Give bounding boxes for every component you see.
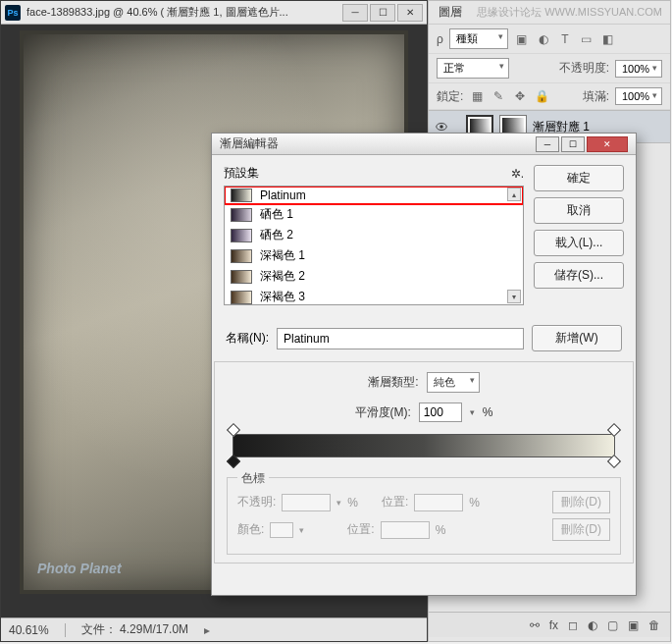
preset-label: 深褐色 1	[260, 247, 305, 264]
delete-stop-button: 刪除(D)	[552, 518, 610, 541]
gradient-swatch	[231, 249, 252, 263]
stop-color-label: 顏色:	[237, 521, 264, 538]
dialog-titlebar[interactable]: 漸層編輯器 ─ ☐ ✕	[212, 134, 636, 155]
fx-icon[interactable]: fx	[549, 618, 558, 632]
opacity-value[interactable]: 100%	[615, 60, 662, 78]
gradient-bar[interactable]	[233, 434, 615, 457]
photoshop-icon: Ps	[5, 5, 21, 21]
scroll-up-icon[interactable]: ▴	[507, 188, 521, 201]
dialog-minimize-button[interactable]: ─	[536, 136, 559, 152]
file-size-info: 文件： 4.29M/17.0M	[81, 621, 188, 638]
gradient-swatch	[231, 229, 252, 242]
fill-value[interactable]: 100%	[615, 87, 662, 105]
zoom-value[interactable]: 40.61%	[9, 623, 49, 637]
lock-label: 鎖定:	[437, 88, 463, 105]
preset-item[interactable]: 深褐色 2	[225, 266, 523, 287]
preset-item[interactable]: 深褐色 1	[225, 245, 523, 266]
stop-opacity-label: 不透明:	[237, 494, 276, 510]
preset-label: 深褐色 2	[260, 268, 305, 285]
visibility-icon[interactable]	[435, 120, 448, 134]
filter-kind-dropdown[interactable]: 種類	[449, 28, 508, 49]
preset-label: Platinum	[260, 188, 306, 202]
gradient-type-dropdown[interactable]: 純色	[427, 372, 480, 393]
name-input[interactable]	[277, 328, 524, 349]
preset-item[interactable]: 硒色 1	[225, 204, 523, 225]
stop-opacity-field	[282, 494, 331, 511]
filter-adjust-icon[interactable]: ◐	[536, 31, 551, 47]
dialog-close-button[interactable]: ✕	[587, 136, 628, 152]
gradient-swatch	[231, 188, 252, 202]
preset-item-platinum[interactable]: Platinum	[225, 187, 523, 204]
ok-button[interactable]: 確定	[534, 165, 624, 191]
cancel-button[interactable]: 取消	[534, 197, 624, 224]
status-bar: 40.61% 文件： 4.29M/17.0M ▸	[1, 617, 427, 641]
lock-transparent-icon[interactable]: ▦	[469, 88, 485, 104]
filter-shape-icon[interactable]: ▭	[579, 31, 594, 47]
mask-icon[interactable]: ◻	[568, 618, 578, 632]
gradient-settings-group: 漸層類型: 純色 平滑度(M): ▾ % 色標 不透明: ▾ % 位置: % 刪…	[214, 361, 634, 564]
preset-label: 硒色 1	[260, 206, 293, 223]
gradient-editor-dialog: 漸層編輯器 ─ ☐ ✕ 預設集 ✲. ▴ Platinum 硒色 1 硒色 2 …	[211, 133, 637, 596]
filter-smart-icon[interactable]: ◧	[600, 31, 616, 47]
opacity-label: 不透明度:	[559, 60, 609, 77]
preset-label: 硒色 2	[260, 227, 293, 243]
name-label: 名稱(N):	[226, 330, 269, 347]
lock-brush-icon[interactable]: ✎	[491, 88, 506, 104]
stop-position-field	[414, 494, 463, 511]
trash-icon[interactable]: 🗑	[648, 618, 660, 632]
stop-position-label: 位置:	[382, 494, 408, 510]
svg-point-1	[439, 125, 443, 129]
presets-menu-icon[interactable]: ✲.	[511, 167, 524, 181]
photo-watermark: Photo Planet	[37, 561, 122, 576]
delete-stop-button: 刪除(D)	[552, 491, 610, 513]
blend-mode-dropdown[interactable]: 正常	[437, 58, 509, 79]
stop-position-label: 位置:	[347, 521, 374, 538]
smoothness-unit: %	[483, 405, 493, 419]
maximize-button[interactable]: ☐	[370, 4, 395, 22]
stops-legend: 色標	[237, 470, 269, 487]
load-button[interactable]: 載入(L)...	[534, 230, 624, 256]
minimize-button[interactable]: ─	[342, 4, 368, 22]
filter-pixel-icon[interactable]: ▣	[514, 31, 530, 47]
filter-type-icon[interactable]: T	[557, 31, 573, 47]
scroll-down-icon[interactable]: ▾	[507, 290, 521, 303]
layers-panel-footer: ⚯ fx ◻ ◐ ▢ ▣ 🗑	[429, 612, 670, 637]
gradient-swatch	[231, 270, 252, 284]
folder-icon[interactable]: ▢	[607, 618, 618, 632]
fill-label: 填滿:	[583, 88, 609, 105]
color-stops-group: 色標 不透明: ▾ % 位置: % 刪除(D) 顏色: ▾ 位置: % 刪除(D…	[227, 477, 621, 555]
adjustment-icon[interactable]: ◐	[588, 618, 597, 632]
dialog-title-text: 漸層編輯器	[220, 135, 534, 152]
smoothness-input[interactable]	[419, 402, 462, 422]
close-button[interactable]: ✕	[397, 4, 423, 22]
new-layer-icon[interactable]: ▣	[628, 618, 639, 632]
save-button[interactable]: 儲存(S)...	[534, 262, 624, 289]
gradient-swatch	[231, 208, 252, 222]
gradient-swatch	[231, 291, 252, 304]
link-layers-icon[interactable]: ⚯	[530, 618, 540, 632]
lock-move-icon[interactable]: ✥	[512, 88, 528, 104]
document-title: face-1389833.jpg @ 40.6% ( 漸層對應 1, 圖層遮色片…	[26, 5, 340, 20]
lock-all-icon[interactable]: 🔒	[534, 88, 549, 104]
main-titlebar: Ps face-1389833.jpg @ 40.6% ( 漸層對應 1, 圖層…	[1, 1, 427, 25]
smoothness-label: 平滑度(M):	[355, 404, 411, 421]
preset-item[interactable]: 深褐色 3	[225, 287, 523, 305]
forum-watermark: 思缘设计论坛 WWW.MISSYUAN.COM	[477, 5, 662, 20]
presets-label: 預設集	[224, 165, 259, 182]
preset-list[interactable]: ▴ Platinum 硒色 1 硒色 2 深褐色 1 深褐色 2 深褐色 3 ▾	[224, 186, 524, 305]
dialog-maximize-button[interactable]: ☐	[561, 136, 585, 152]
preset-label: 深褐色 3	[260, 289, 305, 305]
gradient-type-label: 漸層類型:	[368, 374, 418, 391]
stop-position-field	[381, 521, 430, 539]
new-button[interactable]: 新增(W)	[532, 325, 622, 351]
stop-color-swatch	[270, 522, 293, 538]
preset-item[interactable]: 硒色 2	[225, 225, 523, 245]
